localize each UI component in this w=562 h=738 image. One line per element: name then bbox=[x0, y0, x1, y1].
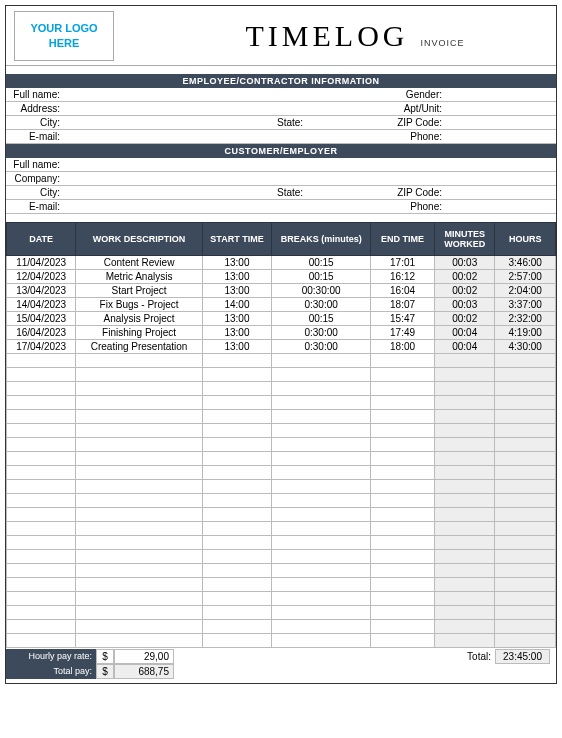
cell-desc[interactable]: Start Project bbox=[76, 284, 203, 298]
empty-cell[interactable] bbox=[202, 494, 271, 508]
cell-start[interactable]: 13:00 bbox=[202, 312, 271, 326]
empty-cell[interactable] bbox=[495, 438, 556, 452]
empty-cell[interactable] bbox=[495, 424, 556, 438]
empty-cell[interactable] bbox=[7, 466, 76, 480]
empty-cell[interactable] bbox=[76, 522, 203, 536]
empty-cell[interactable] bbox=[371, 452, 435, 466]
cell-date[interactable]: 12/04/2023 bbox=[7, 270, 76, 284]
empty-cell[interactable] bbox=[371, 410, 435, 424]
cell-date[interactable]: 14/04/2023 bbox=[7, 298, 76, 312]
empty-cell[interactable] bbox=[7, 494, 76, 508]
empty-cell[interactable] bbox=[7, 592, 76, 606]
table-row[interactable]: 15/04/2023Analysis Project13:0000:1515:4… bbox=[7, 312, 556, 326]
empty-cell[interactable] bbox=[495, 368, 556, 382]
empty-cell[interactable] bbox=[495, 606, 556, 620]
empty-cell[interactable] bbox=[202, 634, 271, 648]
empty-cell[interactable] bbox=[371, 368, 435, 382]
empty-cell[interactable] bbox=[371, 564, 435, 578]
empty-cell[interactable] bbox=[371, 480, 435, 494]
empty-cell[interactable] bbox=[202, 564, 271, 578]
cell-breaks[interactable]: 00:15 bbox=[272, 256, 371, 270]
cell-end[interactable]: 18:07 bbox=[371, 298, 435, 312]
empty-cell[interactable] bbox=[434, 620, 495, 634]
empty-cell[interactable] bbox=[76, 396, 203, 410]
empty-cell[interactable] bbox=[202, 424, 271, 438]
empty-cell[interactable] bbox=[272, 410, 371, 424]
empty-cell[interactable] bbox=[76, 452, 203, 466]
table-row-empty[interactable] bbox=[7, 452, 556, 466]
cell-breaks[interactable]: 0:30:00 bbox=[272, 326, 371, 340]
empty-cell[interactable] bbox=[495, 536, 556, 550]
empty-cell[interactable] bbox=[76, 620, 203, 634]
empty-cell[interactable] bbox=[7, 634, 76, 648]
cell-date[interactable]: 17/04/2023 bbox=[7, 340, 76, 354]
cell-minutes[interactable]: 00:03 bbox=[434, 256, 495, 270]
cell-start[interactable]: 14:00 bbox=[202, 298, 271, 312]
cell-end[interactable]: 15:47 bbox=[371, 312, 435, 326]
empty-cell[interactable] bbox=[434, 466, 495, 480]
table-row-empty[interactable] bbox=[7, 592, 556, 606]
cell-desc[interactable]: Metric Analysis bbox=[76, 270, 203, 284]
empty-cell[interactable] bbox=[371, 494, 435, 508]
empty-cell[interactable] bbox=[272, 606, 371, 620]
cell-desc[interactable]: Analysis Project bbox=[76, 312, 203, 326]
empty-cell[interactable] bbox=[202, 410, 271, 424]
table-row-empty[interactable] bbox=[7, 578, 556, 592]
empty-cell[interactable] bbox=[371, 620, 435, 634]
empty-cell[interactable] bbox=[202, 550, 271, 564]
empty-cell[interactable] bbox=[434, 494, 495, 508]
empty-cell[interactable] bbox=[434, 452, 495, 466]
empty-cell[interactable] bbox=[76, 564, 203, 578]
empty-cell[interactable] bbox=[371, 606, 435, 620]
hourly-rate-field[interactable]: 29,00 bbox=[114, 649, 174, 664]
empty-cell[interactable] bbox=[434, 550, 495, 564]
empty-cell[interactable] bbox=[202, 452, 271, 466]
empty-cell[interactable] bbox=[76, 592, 203, 606]
empty-cell[interactable] bbox=[371, 508, 435, 522]
empty-cell[interactable] bbox=[76, 634, 203, 648]
cell-end[interactable]: 16:12 bbox=[371, 270, 435, 284]
empty-cell[interactable] bbox=[202, 382, 271, 396]
empty-cell[interactable] bbox=[76, 550, 203, 564]
cell-date[interactable]: 16/04/2023 bbox=[7, 326, 76, 340]
table-row-empty[interactable] bbox=[7, 620, 556, 634]
empty-cell[interactable] bbox=[495, 466, 556, 480]
table-row[interactable]: 12/04/2023Metric Analysis13:0000:1516:12… bbox=[7, 270, 556, 284]
empty-cell[interactable] bbox=[434, 578, 495, 592]
empty-cell[interactable] bbox=[272, 508, 371, 522]
empty-cell[interactable] bbox=[7, 522, 76, 536]
table-row-empty[interactable] bbox=[7, 550, 556, 564]
empty-cell[interactable] bbox=[76, 606, 203, 620]
empty-cell[interactable] bbox=[202, 438, 271, 452]
empty-cell[interactable] bbox=[272, 634, 371, 648]
empty-cell[interactable] bbox=[202, 480, 271, 494]
cell-end[interactable]: 17:01 bbox=[371, 256, 435, 270]
table-row-empty[interactable] bbox=[7, 522, 556, 536]
cell-hours[interactable]: 4:19:00 bbox=[495, 326, 556, 340]
cell-start[interactable]: 13:00 bbox=[202, 340, 271, 354]
empty-cell[interactable] bbox=[202, 508, 271, 522]
empty-cell[interactable] bbox=[495, 396, 556, 410]
empty-cell[interactable] bbox=[7, 396, 76, 410]
empty-cell[interactable] bbox=[7, 452, 76, 466]
table-row[interactable]: 14/04/2023Fix Bugs - Project14:000:30:00… bbox=[7, 298, 556, 312]
empty-cell[interactable] bbox=[7, 354, 76, 368]
empty-cell[interactable] bbox=[371, 578, 435, 592]
empty-cell[interactable] bbox=[272, 578, 371, 592]
empty-cell[interactable] bbox=[495, 564, 556, 578]
empty-cell[interactable] bbox=[495, 578, 556, 592]
empty-cell[interactable] bbox=[434, 592, 495, 606]
cell-minutes[interactable]: 00:02 bbox=[434, 312, 495, 326]
empty-cell[interactable] bbox=[434, 368, 495, 382]
empty-cell[interactable] bbox=[202, 536, 271, 550]
cell-desc[interactable]: Creating Presentation bbox=[76, 340, 203, 354]
cell-breaks[interactable]: 0:30:00 bbox=[272, 298, 371, 312]
empty-cell[interactable] bbox=[371, 522, 435, 536]
empty-cell[interactable] bbox=[272, 452, 371, 466]
empty-cell[interactable] bbox=[272, 550, 371, 564]
empty-cell[interactable] bbox=[495, 550, 556, 564]
cell-breaks[interactable]: 00:15 bbox=[272, 270, 371, 284]
empty-cell[interactable] bbox=[434, 382, 495, 396]
empty-cell[interactable] bbox=[7, 382, 76, 396]
table-row-empty[interactable] bbox=[7, 466, 556, 480]
